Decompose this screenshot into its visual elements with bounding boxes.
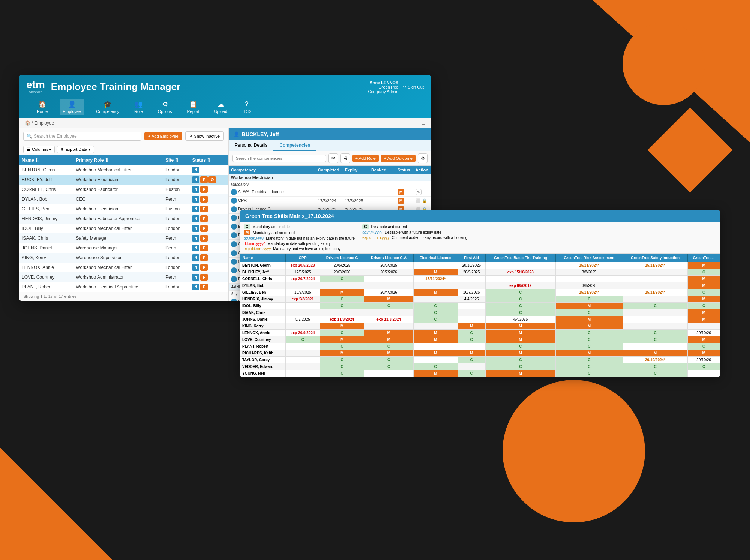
nav-home[interactable]: 🏠 Home: [34, 99, 51, 115]
matrix-data-cell: M: [485, 370, 555, 377]
nav-options[interactable]: ⚙ Options: [155, 99, 175, 115]
sign-out-icon: ↪: [403, 84, 406, 89]
info-icon[interactable]: i: [231, 206, 237, 212]
matrix-data-cell: exp 6/5/2019: [485, 282, 555, 289]
table-row[interactable]: CORNELL, ChrisWorkshop FabricatorHustonN…: [19, 185, 228, 194]
print-button[interactable]: 🖨: [340, 153, 350, 163]
info-icon[interactable]: i: [231, 224, 237, 230]
status-badge: N: [192, 284, 200, 290]
action-icon1[interactable]: ⬜: [416, 198, 421, 203]
col-site[interactable]: Site ⇅: [162, 155, 189, 165]
matrix-data-cell: [413, 262, 458, 269]
info-icon[interactable]: i: [231, 241, 237, 247]
col-name[interactable]: Name ⇅: [19, 155, 73, 165]
comp-col-completed: Completed: [316, 166, 343, 174]
matrix-data-cell: C: [320, 357, 364, 363]
status-badge: P: [200, 284, 208, 290]
show-inactive-button[interactable]: ✕ Show Inactive: [185, 131, 224, 141]
matrix-data-cell: 20/10/2024*: [622, 357, 687, 363]
nav-help[interactable]: ? Help: [239, 99, 254, 115]
email-button[interactable]: ✉: [328, 153, 338, 163]
table-footer: Showing 1 to 17 of 17 entries: [19, 292, 228, 301]
matrix-data-cell: 16/7/2025: [286, 289, 320, 296]
matrix-data-cell: M: [556, 350, 623, 357]
matrix-col-cpr: CPR: [286, 254, 320, 262]
nav-report[interactable]: 📋 Report: [184, 99, 202, 115]
export-button[interactable]: ⬇ Export Data ▾: [57, 146, 94, 153]
add-outcome-button[interactable]: + Add Outcome: [381, 155, 416, 162]
col-status[interactable]: Status ⇅: [189, 155, 228, 165]
info-icon[interactable]: i: [231, 232, 237, 238]
add-employee-button[interactable]: + Add Employee: [144, 132, 182, 140]
columns-button[interactable]: ☰ Columns ▾: [23, 146, 55, 153]
edit-icon[interactable]: ✎: [416, 189, 422, 195]
sign-out-button[interactable]: ↪ Sign Out: [403, 84, 424, 89]
tab-personal-details[interactable]: Personal Details: [229, 140, 273, 151]
table-row: i A_WA_Electrical Licence M ✎: [229, 188, 431, 197]
settings-button[interactable]: ⚙: [418, 153, 428, 163]
matrix-data-cell: [286, 357, 320, 363]
matrix-table-scroll[interactable]: Name CPR Drivers Licence C Drivers Licen…: [240, 254, 720, 377]
info-icon[interactable]: i: [231, 189, 237, 195]
info-icon[interactable]: i: [231, 299, 237, 301]
nav-competency[interactable]: 🎓 Competency: [93, 99, 122, 115]
add-role-button[interactable]: + Add Role: [352, 155, 379, 162]
info-icon[interactable]: i: [231, 267, 237, 273]
nav-report-label: Report: [187, 109, 200, 114]
table-row[interactable]: IDOL, BillyWorkshop Mechanical FitterLon…: [19, 224, 228, 233]
table-row[interactable]: JOHNS, DanielWarehouse ManagerPerthNP: [19, 243, 228, 253]
employee-table-scroll[interactable]: Name ⇅ Primary Role ⇅ Site ⇅ Status ⇅ BE…: [19, 155, 228, 292]
table-row[interactable]: KING, KerryWarehouse SupervisorLondonNP: [19, 253, 228, 263]
table-row[interactable]: PLANT, RobertWorkshop Electrical Apprent…: [19, 282, 228, 292]
matrix-data-cell: M: [485, 336, 555, 343]
legend-exp2-symbol: exp dd.mm.yyyy: [362, 236, 389, 240]
table-row[interactable]: HENDRIX, JimmyWorkshop Fabricator Appren…: [19, 214, 228, 224]
employee-role-cell: Workshop Electrician: [73, 204, 162, 214]
status-badge: P: [200, 254, 208, 261]
legend-item-dd: dd.mm.yyyy Mandatory in date but has an …: [244, 236, 355, 240]
info-icon[interactable]: i: [231, 215, 237, 221]
employee-role-cell: Warehouse Supervisor: [73, 253, 162, 263]
info-icon[interactable]: i: [231, 250, 237, 256]
matrix-data-cell: C: [556, 296, 623, 303]
table-row[interactable]: LOVE, CourtneyWorkshop AdministratorPert…: [19, 272, 228, 282]
matrix-data-cell: [413, 282, 458, 289]
matrix-row: IDOL, BillyCCCCMCC: [240, 303, 720, 309]
employee-name-cell: CORNELL, Chris: [19, 185, 73, 194]
legend-item-exp2: exp dd.mm.yyyy Comment added to any reco…: [362, 236, 467, 240]
employee-search[interactable]: 🔍 Search the Employee: [23, 132, 141, 141]
matrix-row: DYLAN, Bobexp 6/5/20193/8/2025M: [240, 282, 720, 289]
legend-dd2-symbol: dd.mm.yyyy: [362, 230, 382, 234]
table-row[interactable]: BENTON, GlennWorkshop Mechanical FitterL…: [19, 165, 228, 175]
employee-status-cell: NP: [189, 243, 228, 253]
matrix-data-cell: [556, 276, 623, 282]
table-row[interactable]: GILLIES, BenWorkshop ElectricianHustonNP: [19, 204, 228, 214]
upload-icon: ☁: [218, 100, 224, 108]
options-icon: ⚙: [162, 100, 168, 108]
nav-upload[interactable]: ☁ Upload: [212, 99, 231, 115]
matrix-data-cell: 15/11/2024*: [413, 276, 458, 282]
matrix-name-cell: ISAAK, Chris: [240, 309, 286, 316]
table-row[interactable]: BUCKLEY, JeffWorkshop ElectricianLondonN…: [19, 175, 228, 185]
table-row[interactable]: LENNOX, AnnieWorkshop Mechanical FitterL…: [19, 263, 228, 272]
tab-competencies[interactable]: Competencies: [273, 140, 316, 151]
search-icon: 🔍: [27, 134, 32, 139]
matrix-data-cell: 20/5/2025: [320, 262, 364, 269]
table-row[interactable]: DYLAN, BobCEOPerthNP: [19, 194, 228, 204]
info-icon[interactable]: i: [231, 276, 237, 282]
nav-role[interactable]: 👥 Role: [131, 99, 146, 115]
user-name: Anne LENNOX: [368, 80, 398, 85]
nav-employee[interactable]: 👤 Employee: [60, 99, 84, 115]
info-icon[interactable]: i: [231, 198, 237, 204]
info-icon[interactable]: i: [231, 259, 237, 265]
col-role[interactable]: Primary Role ⇅: [73, 155, 162, 165]
matrix-data-cell: M: [413, 350, 458, 357]
employee-name-cell: DYLAN, Bob: [19, 194, 73, 204]
matrix-data-cell: [286, 323, 320, 330]
employee-list-panel: 🔍 Search the Employee + Add Employee ✕ S…: [19, 128, 229, 301]
employee-status-cell: NP: [189, 263, 228, 272]
action-icon2[interactable]: 🔒: [422, 198, 427, 203]
competency-search[interactable]: [232, 155, 326, 162]
table-row[interactable]: ISAAK, ChrisSafety ManagerPerthNP: [19, 233, 228, 243]
matrix-data-cell: C: [320, 370, 364, 377]
